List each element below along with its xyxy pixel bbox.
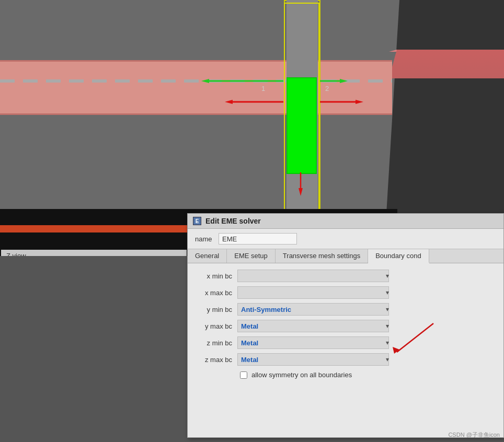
x-min-bc-row: x min bc — [198, 270, 493, 282]
tab-eme-setup[interactable]: EME setup — [227, 249, 276, 263]
dialog-titlebar: E Edit EME solver — [188, 214, 503, 229]
dialog-icon: E — [193, 217, 201, 225]
label-2: 2 — [325, 85, 329, 92]
z-min-bc-row: z min bc Metal Anti-Symmetric PMC Period… — [198, 336, 493, 349]
tab-general[interactable]: General — [188, 249, 227, 263]
x-max-bc-label: x max bc — [198, 289, 237, 297]
y-max-bc-label: y max bc — [198, 322, 237, 330]
z-max-bc-row: z max bc Metal Anti-Symmetric PMC Period… — [198, 353, 493, 366]
y-min-bc-select[interactable]: Anti-Symmetric Metal PMC Periodic — [237, 303, 389, 316]
right-panel-stripe — [389, 50, 504, 78]
name-row: name — [188, 229, 503, 249]
tab-transverse-mesh[interactable]: Transverse mesh settings — [276, 249, 368, 263]
label-1: 1 — [261, 85, 265, 92]
z-view-label: Z view — [1, 250, 187, 256]
y-max-bc-select[interactable]: Metal Anti-Symmetric PMC Periodic — [237, 320, 389, 332]
boundary-form: x min bc x max bc y min bc Anti-Symmetri… — [188, 263, 503, 385]
z-min-bc-label: z min bc — [198, 339, 237, 347]
checkbox-row: allow symmetry on all boundaries — [198, 371, 493, 379]
waveguide-horizontal — [0, 60, 392, 115]
x-min-bc-select[interactable] — [237, 270, 389, 282]
z-max-bc-select[interactable]: Metal Anti-Symmetric PMC Periodic — [237, 353, 389, 366]
x-min-bc-label: x min bc — [198, 272, 237, 280]
x-min-bc-select-container — [237, 270, 392, 282]
waveguide-line-top — [0, 60, 392, 62]
tab-boundary-cond[interactable]: Boundary cond — [368, 249, 429, 263]
dialog-title: Edit EME solver — [205, 217, 261, 225]
y-max-bc-select-container: Metal Anti-Symmetric PMC Periodic — [237, 320, 392, 332]
z-min-bc-select[interactable]: Metal Anti-Symmetric PMC Periodic — [237, 336, 389, 349]
waveguide-dashes — [0, 79, 392, 83]
x-max-bc-select[interactable] — [237, 286, 389, 299]
watermark: CSDN @子非鱼icon — [448, 431, 500, 439]
y-min-bc-label: y min bc — [198, 306, 237, 313]
z-view-text: Z view — [6, 252, 26, 257]
z-min-bc-select-container: Metal Anti-Symmetric PMC Periodic — [237, 336, 392, 349]
edit-eme-dialog: E Edit EME solver name General EME setup… — [187, 213, 504, 438]
x-max-bc-row: x max bc — [198, 286, 493, 299]
name-input[interactable] — [219, 233, 297, 245]
z-max-bc-select-container: Metal Anti-Symmetric PMC Periodic — [237, 353, 392, 366]
x-max-bc-select-container — [237, 286, 392, 299]
allow-symmetry-label: allow symmetry on all boundaries — [251, 371, 352, 379]
y-min-bc-select-container: Anti-Symmetric Metal PMC Periodic — [237, 303, 392, 316]
waveguide-line-bottom — [0, 113, 392, 115]
y-max-bc-row: y max bc Metal Anti-Symmetric PMC Period… — [198, 320, 493, 332]
green-structure — [287, 77, 317, 174]
z-max-bc-label: z max bc — [198, 356, 237, 364]
allow-symmetry-checkbox[interactable] — [240, 371, 247, 379]
name-label: name — [195, 235, 213, 243]
y-min-bc-row: y min bc Anti-Symmetric Metal PMC Period… — [198, 303, 493, 316]
tabs-row: General EME setup Transverse mesh settin… — [188, 249, 503, 263]
